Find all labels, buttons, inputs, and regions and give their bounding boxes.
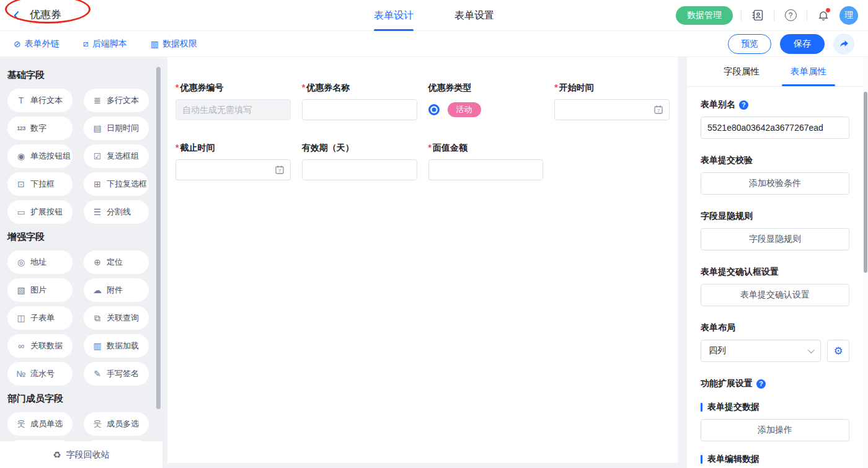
field-label-text: 截止时间 [180, 143, 215, 152]
sidebar-item-multi-line-text[interactable]: ≣多行文本 [84, 89, 149, 112]
form-layout-value: 四列 [709, 345, 726, 356]
field-end-time[interactable]: *截止时间 7 [175, 143, 291, 180]
field-label: 优惠券类型 [428, 82, 544, 94]
form-layout-select[interactable]: 四列 [701, 340, 821, 362]
item-label: 扩展按钮 [30, 206, 63, 218]
field-coupon-type[interactable]: 优惠券类型 活动 [428, 82, 544, 120]
sidebar-item-number[interactable]: 123数字 [7, 117, 73, 140]
visibility-rules-button[interactable]: 字段显隐规则 [701, 228, 849, 250]
sidebar-item-multi-select[interactable]: ⊞下拉复选框 [84, 172, 149, 196]
preview-button[interactable]: 预览 [728, 34, 771, 54]
number-icon: 123 [16, 125, 26, 131]
coupon-type-option-tag[interactable]: 活动 [448, 102, 481, 117]
sidebar-item-member-single[interactable]: 웃成员单选 [7, 412, 73, 436]
submit-data-group-label: 表单提交数据 [701, 402, 849, 413]
confirm-settings-button[interactable]: 表单提交确认设置 [701, 284, 849, 306]
field-recycle-bin[interactable]: ♻ 字段回收站 [0, 441, 162, 468]
tab-form-properties-label: 表单属性 [790, 66, 826, 77]
form-alias-help-icon[interactable]: ? [739, 100, 748, 110]
sidebar-item-serial-number[interactable]: №流水号 [7, 362, 73, 386]
form-alias-input[interactable] [701, 117, 849, 139]
field-label: *开始时间 [554, 82, 670, 94]
divider [807, 10, 807, 21]
radio-selected-icon[interactable] [428, 104, 440, 115]
field-face-value[interactable]: *面值金额 [428, 143, 544, 180]
item-label: 子表单 [30, 312, 55, 324]
add-validation-button[interactable]: 添加校验条件 [701, 172, 849, 195]
sidebar-item-linked-query[interactable]: ⧉关联查询 [84, 306, 149, 330]
data-permission-label: 数据权限 [162, 38, 197, 50]
coupon-name-input[interactable] [302, 99, 417, 120]
member-multi-icon: 웃 [92, 418, 102, 430]
sidebar-item-single-line-text[interactable]: T单行文本 [7, 89, 73, 112]
sidebar-item-address[interactable]: ◎地址 [7, 250, 73, 274]
face-value-input[interactable] [428, 159, 544, 180]
serial-number-icon: № [16, 369, 26, 379]
external-link-button[interactable]: ⊘ 表单外链 [14, 38, 60, 50]
item-label: 图片 [30, 285, 46, 296]
item-label: 单选按钮组 [30, 151, 71, 162]
form-canvas[interactable]: *优惠券编号 *优惠券名称 优惠券类型 活动 [167, 57, 678, 463]
notification-bell-icon[interactable] [815, 7, 831, 24]
sidebar-item-geolocation[interactable]: ⊕定位 [84, 250, 149, 274]
sidebar-item-checkbox-group[interactable]: ☑复选框组 [84, 144, 149, 168]
field-coupon-id[interactable]: *优惠券编号 [175, 82, 291, 120]
layout-settings-button[interactable]: ⚙ [827, 340, 849, 362]
app-root: 优惠券 表单设计 表单设置 数据管理 ? [0, 0, 868, 468]
sidebar-item-attachment[interactable]: ☁附件 [84, 278, 149, 302]
field-start-time[interactable]: *开始时间 7 [554, 82, 670, 120]
start-time-input[interactable]: 7 [554, 99, 670, 120]
backend-script-button[interactable]: ⧄ 后端脚本 [83, 38, 127, 50]
sidebar-item-image[interactable]: ▧图片 [7, 278, 73, 302]
notification-dot [826, 8, 830, 12]
item-label: 定位 [107, 257, 123, 268]
end-time-input[interactable]: 7 [175, 159, 291, 180]
item-label: 下拉框 [30, 179, 55, 190]
back-icon[interactable] [10, 9, 24, 22]
sidebar-scrollbar[interactable] [156, 67, 161, 409]
required-mark: * [428, 143, 432, 152]
data-manage-button[interactable]: 数据管理 [676, 6, 733, 25]
page-scrollbar[interactable] [863, 57, 868, 468]
avatar[interactable]: 理 [839, 6, 858, 25]
submit-data-add-action-button[interactable]: 添加操作 [701, 419, 849, 441]
field-label-text: 优惠券编号 [180, 82, 223, 92]
gear-icon: ⚙ [833, 345, 843, 358]
linked-query-icon: ⧉ [92, 313, 102, 324]
multi-line-text-icon: ≣ [92, 95, 102, 105]
field-coupon-name[interactable]: *优惠券名称 [302, 82, 417, 120]
page-scrollbar-thumb[interactable] [864, 92, 867, 273]
sidebar-item-signature[interactable]: ✎手写签名 [84, 362, 149, 386]
data-permission-icon: ▥ [151, 39, 159, 49]
field-validity-days[interactable]: 有效期（天） [302, 143, 417, 180]
sidebar-item-data-load[interactable]: ▥数据加载 [84, 334, 149, 358]
enhanced-field-grid: ◎地址 ⊕定位 ▧图片 ☁附件 ◫子表单 ⧉关联查询 ∞关联数据 ▥数据加载 №… [7, 250, 162, 386]
tab-form-design[interactable]: 表单设计 [374, 0, 414, 31]
item-label: 地址 [30, 257, 46, 268]
basic-field-grid: T单行文本 ≣多行文本 123数字 ▤日期时间 ◉单选按钮组 ☑复选框组 ⊡下拉… [7, 89, 162, 224]
item-label: 数字 [30, 123, 46, 134]
sidebar-item-member-multi[interactable]: 웃成员多选 [84, 412, 149, 436]
address-book-icon[interactable] [750, 7, 766, 24]
sidebar-item-datetime[interactable]: ▤日期时间 [84, 117, 149, 140]
form-toolbar: ⊘ 表单外链 ⧄ 后端脚本 ▥ 数据权限 预览 保存 [0, 31, 868, 57]
extension-help-icon[interactable]: ? [756, 379, 766, 389]
help-icon[interactable]: ? [782, 7, 799, 24]
tab-form-settings[interactable]: 表单设置 [454, 0, 494, 31]
share-button[interactable] [833, 33, 854, 55]
field-label-text: 优惠券名称 [306, 82, 350, 92]
sidebar-item-linked-data[interactable]: ∞关联数据 [7, 334, 73, 358]
data-permission-button[interactable]: ▥ 数据权限 [151, 38, 197, 50]
tab-field-properties[interactable]: 字段属性 [724, 57, 760, 86]
divider [741, 10, 742, 21]
tab-form-properties[interactable]: 表单属性 [790, 57, 826, 86]
sidebar-item-extend-button[interactable]: ▭扩展按钮 [7, 200, 73, 224]
save-button[interactable]: 保存 [780, 34, 825, 54]
submit-data-label-text: 表单提交数据 [707, 402, 760, 413]
sidebar-item-subform[interactable]: ◫子表单 [7, 306, 73, 330]
sidebar-item-divider-line[interactable]: ☰分割线 [84, 200, 149, 224]
sidebar-item-radio-group[interactable]: ◉单选按钮组 [7, 144, 73, 168]
validity-days-input[interactable] [302, 159, 417, 180]
sidebar-item-select[interactable]: ⊡下拉框 [7, 172, 73, 196]
field-sidebar: 基础字段 T单行文本 ≣多行文本 123数字 ▤日期时间 ◉单选按钮组 ☑复选框… [0, 57, 162, 468]
